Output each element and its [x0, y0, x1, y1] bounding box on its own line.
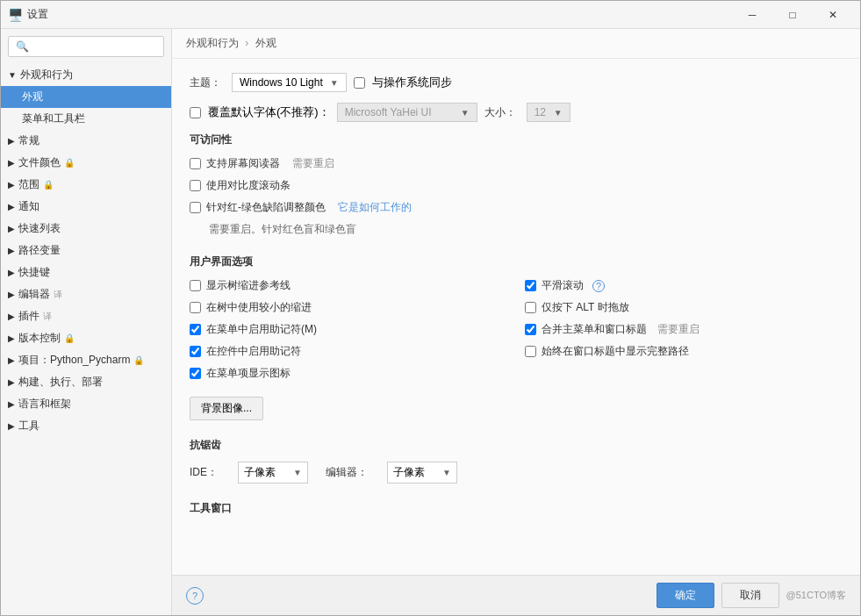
screen-reader-checkbox[interactable] [190, 158, 201, 169]
contrast-scroll-checkbox[interactable] [190, 180, 201, 191]
maximize-button[interactable]: □ [772, 1, 813, 29]
antialiasing-section: 抗锯齿 IDE： 子像素 ▼ 编辑器： 子像素 ▼ [190, 438, 843, 483]
merge-menu-checkbox[interactable] [525, 324, 536, 335]
expand-arrow-build-icon: ▶ [8, 377, 15, 387]
screen-reader-note: 需要重启 [292, 156, 334, 171]
group-editor-label: 编辑器 [18, 287, 50, 302]
font-dropdown[interactable]: Microsoft YaHei UI ▼ [337, 103, 477, 122]
size-label: 大小： [484, 105, 520, 120]
theme-dropdown-arrow-icon: ▼ [330, 78, 339, 88]
close-button[interactable]: ✕ [813, 1, 853, 29]
settings-window: 🖥️ 设置 ─ □ ✕ 🔍 ▼ 外观和行为 外观 [0, 0, 861, 616]
sidebar-group-scope[interactable]: ▶ 范围 🔒 [1, 174, 171, 196]
ide-aa-dropdown[interactable]: 子像素 ▼ [238, 462, 308, 483]
expand-arrow-icon: ▼ [8, 70, 17, 80]
expand-arrow-filecolors-icon: ▶ [8, 158, 15, 168]
control-mnemonic-row: 在控件中启用助记符 [190, 344, 507, 359]
ui-options-right: 平滑滚动 ? 仅按下 ALT 时拖放 合并主菜单和窗口标题 需要重启 [525, 278, 843, 388]
group-build-label: 构建、执行、部署 [18, 375, 103, 390]
main-panel: 外观和行为 › 外观 主题： Windows 10 Light ▼ 与操作系统同… [172, 29, 860, 615]
editor-aa-dropdown-arrow-icon: ▼ [442, 468, 451, 477]
expand-arrow-vcs-icon: ▶ [8, 333, 15, 343]
sidebar-group-shortcuts[interactable]: ▶ 快捷键 [1, 261, 171, 283]
ide-aa-value: 子像素 [244, 465, 276, 480]
smooth-scroll-checkbox[interactable] [525, 280, 536, 291]
sidebar-item-menu-toolbar[interactable]: 菜单和工具栏 [1, 108, 171, 130]
sidebar-group-quick-list[interactable]: ▶ 快速列表 [1, 218, 171, 240]
search-box[interactable]: 🔍 [8, 36, 164, 57]
titlebar: 🖥️ 设置 ─ □ ✕ [1, 1, 860, 29]
sidebar-item-appearance[interactable]: 外观 [1, 86, 171, 108]
size-dropdown[interactable]: 12 ▼ [527, 103, 570, 122]
window-controls: ─ □ ✕ [732, 1, 853, 29]
sync-label: 与操作系统同步 [372, 75, 452, 90]
menu-mnemonic-row: 在菜单中启用助记符(M) [190, 322, 507, 337]
group-notifications-label: 通知 [18, 199, 39, 214]
help-icon[interactable]: ? [186, 587, 204, 605]
group-general-label: 常规 [18, 133, 39, 148]
expand-arrow-quicklist-icon: ▶ [8, 224, 15, 233]
sidebar-group-file-colors[interactable]: ▶ 文件颜色 🔒 [1, 152, 171, 174]
antialiasing-row: IDE： 子像素 ▼ 编辑器： 子像素 ▼ [190, 462, 843, 483]
group-shortcuts-label: 快捷键 [18, 265, 50, 280]
sidebar-section-appearance: ▼ 外观和行为 外观 菜单和工具栏 ▶ 常规 ▶ 文件颜色 🔒 [1, 64, 171, 261]
sync-checkbox[interactable] [354, 77, 365, 89]
search-icon: 🔍 [16, 40, 29, 53]
show-icons-row: 在菜单项显示图标 [190, 366, 507, 381]
tree-indent-checkbox[interactable] [190, 280, 201, 291]
sidebar-group-plugins[interactable]: ▶ 插件 译 [1, 305, 171, 327]
full-path-label: 始终在窗口标题中显示完整路径 [542, 344, 689, 359]
color-adjust-checkbox[interactable] [190, 202, 201, 213]
alt-drag-checkbox[interactable] [525, 302, 536, 313]
toolbar-title: 工具窗口 [190, 501, 843, 516]
theme-dropdown[interactable]: Windows 10 Light ▼ [232, 73, 347, 92]
sidebar-group-vcs[interactable]: ▶ 版本控制 🔒 [1, 327, 171, 349]
editor-aa-dropdown[interactable]: 子像素 ▼ [387, 462, 457, 483]
smooth-scroll-help-icon[interactable]: ? [592, 280, 605, 292]
menu-mnemonic-label: 在菜单中启用助记符(M) [206, 322, 317, 337]
small-indent-row: 在树中使用较小的缩进 [190, 300, 507, 315]
group-plugins-label: 插件 [18, 309, 39, 324]
override-font-checkbox[interactable] [190, 107, 201, 118]
cancel-button[interactable]: 取消 [721, 583, 779, 608]
sidebar-group-languages[interactable]: ▶ 语言和框架 [1, 393, 171, 415]
tree-indent-row: 显示树缩进参考线 [190, 278, 507, 293]
accessibility-sub-note: 需要重启。针对红色盲和绿色盲 [190, 222, 843, 237]
breadcrumb-parent: 外观和行为 [186, 37, 239, 49]
ok-button[interactable]: 确定 [657, 583, 714, 608]
sidebar-group-tools[interactable]: ▶ 工具 [1, 415, 171, 437]
small-indent-checkbox[interactable] [190, 302, 201, 313]
full-path-checkbox[interactable] [525, 346, 536, 357]
show-icons-checkbox[interactable] [190, 368, 201, 379]
project-badge: 🔒 [133, 355, 144, 365]
control-mnemonic-label: 在控件中启用助记符 [206, 344, 301, 359]
search-input[interactable] [32, 40, 156, 53]
expand-arrow-plugins-icon: ▶ [8, 312, 15, 321]
theme-row: 主题： Windows 10 Light ▼ 与操作系统同步 [190, 73, 843, 92]
sidebar-group-build[interactable]: ▶ 构建、执行、部署 [1, 371, 171, 393]
expand-arrow-pathvars-icon: ▶ [8, 246, 15, 255]
sidebar-group-editor[interactable]: ▶ 编辑器 译 [1, 283, 171, 305]
sidebar-item-appearance-label: 外观 [22, 90, 43, 104]
size-dropdown-arrow-icon: ▼ [554, 108, 563, 118]
smooth-scroll-row: 平滑滚动 ? [525, 278, 843, 293]
group-quicklist-label: 快速列表 [18, 221, 61, 236]
group-label: 外观和行为 [20, 68, 73, 82]
sidebar-group-project[interactable]: ▶ 项目：Python_Pycharm 🔒 [1, 349, 171, 371]
how-it-works-link[interactable]: 它是如何工作的 [338, 200, 412, 215]
menu-mnemonic-checkbox[interactable] [190, 324, 201, 335]
sidebar: 🔍 ▼ 外观和行为 外观 菜单和工具栏 ▶ 常规 [1, 29, 172, 615]
background-image-button[interactable]: 背景图像... [190, 397, 263, 420]
contrast-scroll-label: 使用对比度滚动条 [206, 178, 291, 193]
font-row: 覆盖默认字体(不推荐)： Microsoft YaHei UI ▼ 大小： 12… [190, 103, 843, 122]
sidebar-group-general[interactable]: ▶ 常规 [1, 130, 171, 152]
sidebar-group-path-vars[interactable]: ▶ 路径变量 [1, 240, 171, 261]
sidebar-group-notifications[interactable]: ▶ 通知 [1, 196, 171, 218]
breadcrumb: 外观和行为 › 外观 [172, 29, 860, 59]
sidebar-group-appearance-behavior[interactable]: ▼ 外观和行为 [1, 64, 171, 86]
control-mnemonic-checkbox[interactable] [190, 346, 201, 357]
minimize-button[interactable]: ─ [732, 1, 772, 29]
antialiasing-title: 抗锯齿 [190, 438, 843, 453]
override-font-label: 覆盖默认字体(不推荐)： [208, 104, 330, 120]
accessibility-title: 可访问性 [190, 133, 843, 147]
